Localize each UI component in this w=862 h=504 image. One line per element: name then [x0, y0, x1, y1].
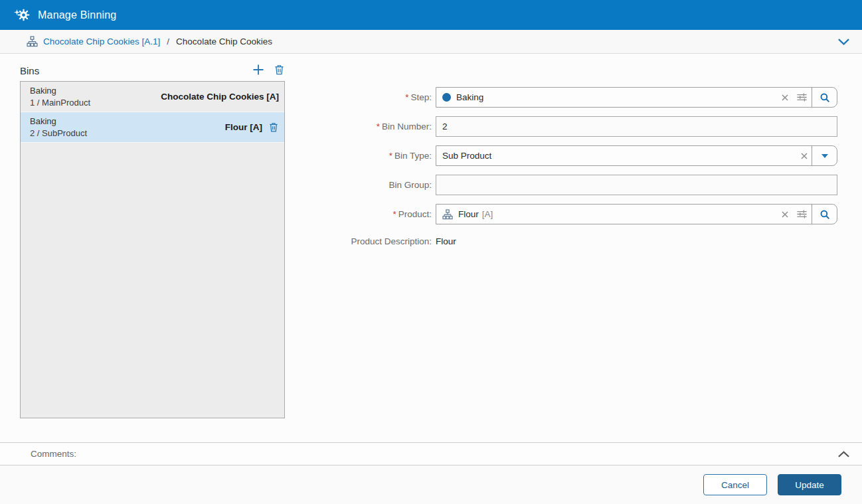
step-label: *Step:	[309, 87, 436, 108]
bin-type-value: Sub Product	[442, 151, 491, 161]
bins-list: Baking 1 / MainProduct Chocolate Chip Co…	[20, 81, 285, 418]
bin-group-input[interactable]	[436, 175, 837, 195]
product-description-label: Product Description:	[309, 235, 436, 248]
required-marker: *	[405, 92, 408, 102]
bin-step-name: Baking	[30, 116, 87, 126]
product-icon	[27, 36, 38, 47]
bin-type-label: *Bin Type:	[309, 145, 436, 166]
update-button[interactable]: Update	[778, 474, 841, 495]
clear-x-icon	[781, 210, 789, 218]
bin-number-label: *Bin Number:	[309, 116, 436, 137]
bins-section: Bins	[20, 63, 285, 418]
step-status-icon	[442, 93, 451, 102]
bin-number-input[interactable]	[436, 116, 837, 137]
header-collapse-button[interactable]	[835, 35, 853, 48]
clear-x-icon	[800, 152, 808, 160]
chevron-down-icon	[837, 38, 850, 46]
trash-icon	[274, 64, 285, 76]
product-advanced-filter-button[interactable]	[792, 205, 812, 224]
breadcrumb: Chocolate Chip Cookies [A.1] / Chocolate…	[0, 30, 862, 54]
dropdown-arrow-icon	[821, 154, 828, 158]
product-revision: [A]	[482, 209, 493, 219]
search-icon	[819, 92, 831, 104]
delete-bin-button[interactable]	[274, 64, 285, 76]
titlebar: Manage Binning	[0, 0, 862, 30]
footer-actions: Cancel Update	[0, 465, 862, 504]
bin-list-item-main-product[interactable]: Baking 1 / MainProduct Chocolate Chip Co…	[21, 82, 284, 112]
product-description-value: Flour	[436, 235, 456, 248]
product-value: Flour	[458, 209, 479, 219]
search-icon	[819, 209, 831, 220]
product-icon	[442, 209, 453, 220]
bin-type-clear-button[interactable]	[797, 146, 812, 165]
page-title: Manage Binning	[38, 9, 116, 21]
product-picker[interactable]: Flour [A]	[436, 204, 837, 224]
comments-bar: Comments:	[0, 442, 862, 465]
step-picker[interactable]: Baking	[436, 87, 837, 108]
breadcrumb-separator: /	[167, 37, 169, 46]
content-area: Bins	[0, 54, 862, 442]
bins-panel-title: Bins	[20, 65, 39, 76]
bin-product-name: Chocolate Chip Cookies [A]	[161, 92, 279, 102]
product-label: *Product:	[309, 204, 436, 224]
bin-product-name: Flour [A]	[225, 122, 262, 132]
add-bin-button[interactable]	[252, 63, 265, 76]
breadcrumb-current: Chocolate Chip Cookies	[176, 37, 272, 46]
step-value: Baking	[456, 92, 483, 102]
comments-expand-button[interactable]	[835, 448, 853, 461]
bin-list-item-sub-product[interactable]: Baking 2 / SubProduct Flour [A]	[21, 112, 284, 143]
trash-icon	[268, 122, 279, 133]
step-clear-button[interactable]	[778, 88, 792, 107]
bin-number-and-type: 2 / SubProduct	[30, 128, 87, 138]
manage-binning-window: Manage Binning Chocolate Chip Cookies [A…	[0, 0, 862, 504]
delete-row-button[interactable]	[268, 122, 279, 133]
comments-label: Comments:	[31, 449, 76, 459]
product-clear-button[interactable]	[778, 205, 792, 224]
manage-gear-icon	[17, 9, 31, 22]
sparkle-icon	[14, 6, 20, 18]
breadcrumb-link-revision[interactable]: Chocolate Chip Cookies [A.1]	[43, 37, 160, 46]
bin-type-dropdown-button[interactable]	[812, 146, 837, 165]
plus-icon	[252, 63, 265, 76]
clear-x-icon	[781, 94, 789, 102]
bin-number-and-type: 1 / MainProduct	[30, 98, 90, 108]
step-advanced-filter-button[interactable]	[792, 88, 812, 107]
bin-detail-form: *Step: Baking	[309, 87, 841, 257]
step-search-button[interactable]	[812, 88, 837, 107]
sliders-icon	[796, 91, 808, 104]
bin-step-name: Baking	[30, 86, 90, 96]
sliders-icon	[796, 208, 808, 220]
cancel-button[interactable]: Cancel	[703, 474, 767, 495]
bin-type-select[interactable]: Sub Product	[436, 145, 837, 166]
bin-group-label: Bin Group:	[309, 175, 436, 195]
chevron-up-icon	[837, 450, 850, 458]
product-search-button[interactable]	[812, 205, 837, 224]
